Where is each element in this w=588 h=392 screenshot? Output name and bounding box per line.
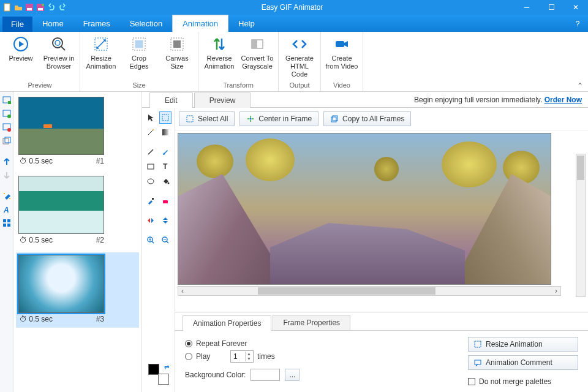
background-color[interactable] — [158, 374, 169, 385]
tab-edit[interactable]: Edit — [149, 92, 193, 108]
tab-selection[interactable]: Selection — [120, 15, 172, 32]
rect-tool[interactable] — [145, 160, 157, 173]
play-times-radio[interactable]: Play 1▲▼ times — [185, 350, 468, 363]
svg-point-39 — [148, 179, 154, 184]
radio-icon[interactable] — [185, 353, 192, 360]
move-down-icon[interactable] — [2, 170, 12, 180]
tab-animation[interactable]: Animation — [172, 15, 228, 32]
play-count-input[interactable]: 1▲▼ — [230, 350, 254, 363]
generate-html-button[interactable]: Generate HTML Code — [282, 34, 317, 80]
text-tool[interactable]: T — [159, 160, 172, 173]
save-icon[interactable] — [24, 2, 34, 12]
tab-animation-properties[interactable]: Animation Properties — [183, 315, 271, 331]
move-up-icon[interactable] — [2, 157, 12, 167]
frame-card[interactable]: ⏱ 0.5 sec#1 — [18, 97, 137, 167]
canvas-area: Select All Center in Frame Copy to All F… — [175, 108, 588, 392]
redo-icon[interactable] — [58, 2, 67, 12]
svg-line-48 — [167, 241, 168, 243]
create-from-video-button[interactable]: Create from Video — [325, 34, 359, 80]
undo-icon[interactable] — [47, 2, 56, 12]
insert-frame-icon[interactable] — [2, 96, 12, 105]
pointer-tool[interactable] — [145, 111, 157, 124]
resize-animation-button[interactable]: Resize Animation — [84, 34, 118, 80]
preview-button[interactable]: Preview — [4, 34, 38, 80]
merge-palettes-checkbox[interactable]: Do not merge palettes — [468, 377, 578, 386]
canvas-size-button[interactable]: Canvas Size — [160, 34, 194, 80]
copy-all-frames-button[interactable]: Copy to All Frames — [323, 111, 411, 126]
svg-rect-32 — [7, 224, 10, 227]
resize-icon — [92, 36, 110, 53]
tab-frame-properties[interactable]: Frame Properties — [273, 315, 350, 330]
tab-preview[interactable]: Preview — [194, 92, 251, 108]
svg-rect-24 — [3, 138, 9, 144]
effects-icon[interactable] — [2, 191, 12, 201]
checkbox-icon[interactable] — [468, 378, 475, 385]
grayscale-button[interactable]: Convert To Grayscale — [240, 34, 274, 80]
flip-h-tool[interactable] — [145, 214, 157, 227]
svg-rect-31 — [3, 224, 6, 227]
resize-animation-link[interactable]: Resize Animation — [468, 337, 578, 352]
eyedropper-tool[interactable] — [145, 195, 157, 207]
bgcolor-picker-button[interactable]: ... — [285, 369, 300, 381]
ellipse-tool[interactable] — [145, 175, 157, 187]
text-tool-icon[interactable]: A — [2, 205, 12, 214]
color-picker[interactable]: ⇄ — [148, 364, 169, 385]
grid-icon[interactable] — [2, 218, 12, 228]
canvas-image[interactable] — [178, 133, 551, 285]
select-rect-tool[interactable] — [159, 111, 172, 124]
fill-tool[interactable] — [159, 175, 172, 187]
order-now-link[interactable]: Order Now — [545, 96, 582, 104]
tab-file[interactable]: File — [2, 17, 32, 32]
flip-v-tool[interactable] — [159, 214, 172, 227]
scroll-right-icon[interactable]: › — [552, 287, 560, 295]
select-all-button[interactable]: Select All — [179, 111, 235, 126]
frame-thumbnail[interactable] — [18, 255, 104, 313]
frame-thumbnail[interactable] — [18, 176, 104, 234]
frame-card[interactable]: ⏱ 0.5 sec#3 — [18, 252, 137, 328]
new-icon[interactable] — [2, 2, 12, 12]
zoom-in-tool[interactable] — [145, 234, 157, 246]
add-frame-icon[interactable] — [2, 109, 12, 119]
ribbon: Preview Preview in Browser Preview Resiz… — [0, 32, 588, 92]
bgcolor-label: Background Color: — [185, 371, 246, 379]
tab-frames[interactable]: Frames — [74, 15, 120, 32]
svg-point-9 — [55, 40, 60, 45]
frame-card[interactable]: ⏱ 0.5 sec#2 — [18, 176, 137, 246]
wand-tool[interactable] — [145, 126, 157, 138]
repeat-forever-radio[interactable]: Repeat Forever — [185, 339, 468, 348]
bgcolor-well[interactable] — [251, 369, 280, 381]
svg-rect-33 — [162, 115, 168, 121]
collapse-ribbon-icon[interactable]: ⌃ — [577, 81, 583, 90]
reverse-animation-button[interactable]: Reverse Animation — [202, 34, 236, 80]
line-tool[interactable] — [145, 146, 157, 158]
scroll-left-icon[interactable]: ‹ — [178, 287, 187, 295]
delete-frame-icon[interactable] — [2, 123, 12, 132]
duplicate-frame-icon[interactable] — [2, 136, 12, 146]
zoom-out-tool[interactable] — [159, 234, 172, 246]
gradient-tool[interactable] — [159, 126, 172, 138]
help-icon[interactable]: ? — [571, 17, 584, 31]
crop-edges-button[interactable]: Crop Edges — [122, 34, 156, 80]
minimize-button[interactable]: ─ — [514, 0, 539, 15]
open-icon[interactable] — [13, 2, 23, 12]
svg-point-27 — [9, 198, 10, 199]
center-frame-button[interactable]: Center in Frame — [239, 111, 318, 126]
radio-icon[interactable] — [185, 340, 192, 347]
swap-colors-icon[interactable]: ⇄ — [164, 364, 169, 371]
tab-home[interactable]: Home — [32, 15, 74, 32]
frame-thumbnail[interactable] — [18, 97, 104, 155]
eraser-tool[interactable] — [159, 195, 172, 207]
tab-help[interactable]: Help — [228, 15, 265, 32]
svg-rect-35 — [162, 129, 168, 135]
close-button[interactable]: ✕ — [564, 0, 588, 15]
maximize-button[interactable]: ☐ — [539, 0, 564, 15]
brush-tool[interactable] — [159, 146, 172, 158]
preview-browser-button[interactable]: Preview in Browser — [42, 34, 76, 80]
saveas-icon[interactable] — [36, 2, 45, 12]
canvas-viewport[interactable]: ‹ › — [175, 130, 588, 312]
animation-comment-button[interactable]: Animation Comment — [468, 355, 578, 370]
vertical-scrollbar[interactable] — [576, 154, 586, 297]
group-preview: Preview Preview in Browser Preview — [0, 32, 80, 91]
horizontal-scrollbar[interactable]: ‹ › — [178, 286, 561, 296]
grayscale-icon — [249, 36, 266, 53]
